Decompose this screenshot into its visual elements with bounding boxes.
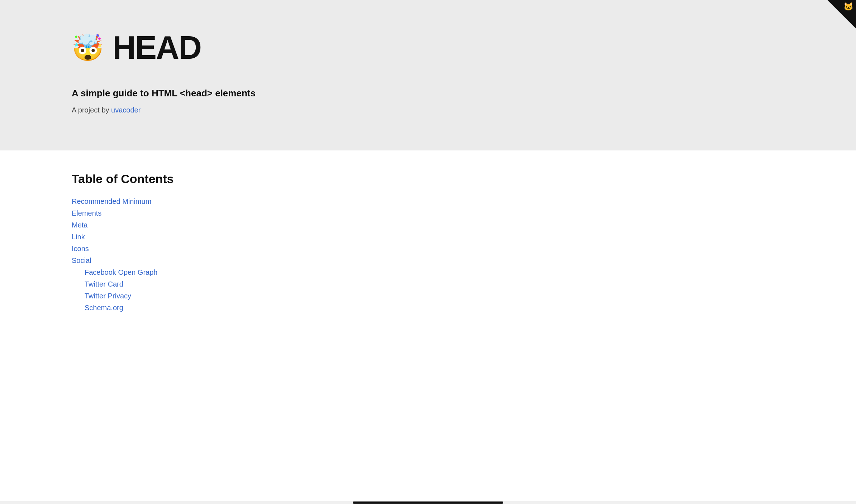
toc-item: Schema.org bbox=[72, 304, 856, 312]
toc-link[interactable]: Twitter Privacy bbox=[85, 292, 131, 300]
toc-item: Twitter Privacy bbox=[72, 292, 856, 300]
hero-project-line: A project by uvacoder bbox=[72, 106, 856, 114]
toc-item: Icons bbox=[72, 245, 856, 253]
hero-section: 🐱 🤯 HEAD A simple guide to HTML <head> e… bbox=[0, 0, 856, 150]
toc-link[interactable]: Meta bbox=[72, 221, 87, 229]
toc-item: Meta bbox=[72, 221, 856, 229]
toc-item: Link bbox=[72, 233, 856, 241]
toc-item: Elements bbox=[72, 209, 856, 217]
toc-link[interactable]: Twitter Card bbox=[85, 280, 123, 288]
hero-subtitle: A simple guide to HTML <head> elements bbox=[72, 88, 856, 99]
toc-title: Table of Contents bbox=[72, 172, 856, 186]
main-section: Table of Contents Recommended MinimumEle… bbox=[0, 150, 856, 326]
corner-cat-icon: 🐱 bbox=[843, 2, 853, 11]
project-prefix: A project by bbox=[72, 106, 111, 114]
hero-title-row: 🤯 HEAD bbox=[72, 29, 856, 66]
toc-item: Facebook Open Graph bbox=[72, 268, 856, 277]
toc-link[interactable]: Social bbox=[72, 256, 91, 264]
toc-link[interactable]: Elements bbox=[72, 209, 101, 217]
toc-item: Recommended Minimum bbox=[72, 197, 856, 206]
toc-list: Recommended MinimumElementsMetaLinkIcons… bbox=[72, 197, 856, 312]
toc-link[interactable]: Icons bbox=[72, 245, 89, 253]
toc-item: Twitter Card bbox=[72, 280, 856, 288]
corner-ribbon: 🐱 bbox=[827, 0, 856, 29]
toc-link[interactable]: Facebook Open Graph bbox=[85, 268, 157, 276]
toc-link[interactable]: Recommended Minimum bbox=[72, 197, 151, 205]
hero-emoji: 🤯 bbox=[72, 35, 104, 61]
page-title: HEAD bbox=[113, 29, 201, 66]
toc-link[interactable]: Schema.org bbox=[85, 304, 123, 312]
toc-link[interactable]: Link bbox=[72, 233, 85, 241]
toc-item: Social bbox=[72, 256, 856, 265]
author-link[interactable]: uvacoder bbox=[111, 106, 141, 114]
